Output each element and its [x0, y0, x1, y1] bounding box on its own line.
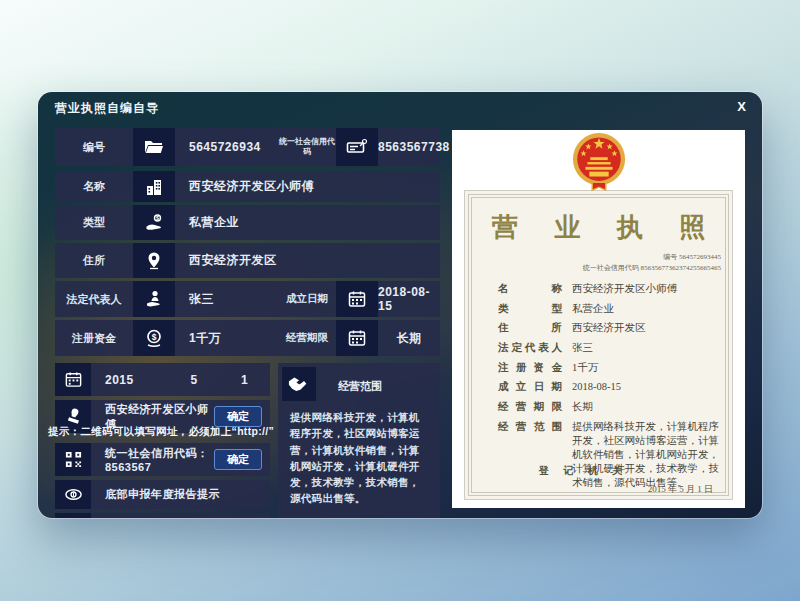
- qr-code-input[interactable]: 统一社会信用代码：8563567: [91, 443, 214, 476]
- credit-code-input[interactable]: 8563567738: [378, 128, 450, 166]
- row-legal-rep: 法定代表人 张三 成立日期 2018-08-15: [55, 281, 440, 317]
- row-issue-date: 2015 5 1: [55, 363, 270, 396]
- certificate-serial: 编号 564572693445 统一社会信用代码 856356773623742…: [583, 252, 721, 273]
- term-input[interactable]: 长期: [378, 320, 440, 356]
- cert-field-address: 住所西安经济开发区: [498, 321, 727, 335]
- credit-code-label: 统一社会信用代码: [278, 128, 336, 166]
- dialog-title: 营业执照自编自导: [55, 100, 159, 117]
- business-license-dialog: 营业执照自编自导 X 编号 5645726934 统一社会信用代码 856356…: [38, 92, 762, 518]
- svg-text:$: $: [152, 332, 157, 342]
- cert-field-capital: 注册资金1千万: [498, 361, 727, 375]
- map-pin-icon: [133, 243, 175, 278]
- coin-icon: $: [133, 320, 175, 356]
- scope-label: 经营范围: [338, 379, 382, 394]
- row-annual-report[interactable]: 底部申报年度报告提示: [55, 480, 270, 509]
- address-label: 住所: [55, 243, 133, 278]
- row-qr-code: 统一社会信用代码：8563567 确定: [55, 443, 270, 476]
- capital-input[interactable]: 1千万: [175, 320, 278, 356]
- cert-field-type: 类型私营企业: [498, 302, 727, 316]
- certificate-issue-date: 2015 年 5 月 1 日: [648, 483, 713, 496]
- eye-icon: [55, 480, 91, 509]
- qr-code-icon: [55, 443, 91, 476]
- term-label: 经营期限: [278, 320, 336, 356]
- capital-label: 注册资金: [55, 320, 133, 356]
- national-emblem: [570, 132, 628, 194]
- stamp-confirm-button[interactable]: 确定: [214, 406, 262, 427]
- folder-icon: [133, 128, 175, 166]
- number-input[interactable]: 5645726934: [175, 128, 278, 166]
- row-name: 名称 西安经济开发区小师傅: [55, 171, 440, 202]
- address-input[interactable]: 西安经济开发区: [175, 243, 440, 278]
- svg-text:$: $: [156, 215, 159, 221]
- day-input[interactable]: 1: [219, 363, 270, 396]
- serial-number: 编号 564572693445: [583, 252, 721, 263]
- credit-code-line: 统一社会信用代码 85635677362374255665465: [583, 263, 721, 274]
- id-card-icon: [336, 128, 378, 166]
- calendar-icon: [336, 320, 378, 356]
- legal-rep-label: 法定代表人: [55, 281, 133, 317]
- cursor-icon: [55, 513, 91, 518]
- hand-coin-icon: $: [133, 205, 175, 240]
- qr-hint-text: 提示：二维码可以填写网址，必须加上“http://”: [48, 425, 298, 440]
- type-label: 类型: [55, 205, 133, 240]
- row-type: 类型 $ 私营企业: [55, 205, 440, 240]
- year-input[interactable]: 2015: [91, 363, 169, 396]
- name-label: 名称: [55, 171, 133, 202]
- establish-date-input[interactable]: 2018-08-15: [378, 281, 440, 317]
- building-icon: [133, 171, 175, 202]
- cert-field-name: 名称西安经济开发区小师傅: [498, 282, 727, 296]
- calendar-icon: [336, 281, 378, 317]
- row-number: 编号 5645726934 统一社会信用代码 8563567738: [55, 128, 440, 166]
- number-label: 编号: [55, 128, 133, 166]
- cert-field-legal-rep: 法定代表人张三: [498, 341, 727, 355]
- license-preview: 营 业 执 照 编号 564572693445 统一社会信用代码 8563567…: [452, 130, 745, 508]
- cert-field-establish-date: 成立日期2018-08-15: [498, 380, 727, 394]
- title-bar: 营业执照自编自导 X: [38, 92, 762, 122]
- cert-field-term: 经营期限长期: [498, 400, 727, 414]
- handshake-icon: [282, 367, 316, 401]
- calendar-icon: [55, 363, 91, 396]
- month-input[interactable]: 5: [169, 363, 219, 396]
- registry-authority-label: 登 记 机 关: [452, 464, 715, 478]
- certificate-title: 营 业 执 照: [452, 210, 745, 245]
- close-icon[interactable]: X: [737, 99, 746, 114]
- row-address: 住所 西安经济开发区: [55, 243, 440, 278]
- row-partial-clipped[interactable]: [55, 513, 270, 518]
- legal-rep-input[interactable]: 张三: [175, 281, 278, 317]
- scope-panel: 经营范围 提供网络科技开发，计算机程序开发，社区网站博客运营，计算机软件销售，计…: [278, 363, 440, 518]
- annual-report-label: 底部申报年度报告提示: [91, 480, 270, 509]
- establish-date-label: 成立日期: [278, 281, 336, 317]
- scope-textarea[interactable]: 提供网络科技开发，计算机程序开发，社区网站博客运营，计算机软件销售，计算机网站开…: [278, 401, 440, 507]
- legal-person-icon: [133, 281, 175, 317]
- name-input[interactable]: 西安经济开发区小师傅: [175, 171, 440, 202]
- qr-confirm-button[interactable]: 确定: [214, 449, 262, 470]
- row-capital: 注册资金 $ 1千万 经营期限 长期: [55, 320, 440, 356]
- cert-field-scope: 经营范围提供网络科技开发，计算机程序开发，社区网站博客运营，计算机软件销售，计算…: [498, 420, 727, 491]
- type-input[interactable]: 私营企业: [175, 205, 440, 240]
